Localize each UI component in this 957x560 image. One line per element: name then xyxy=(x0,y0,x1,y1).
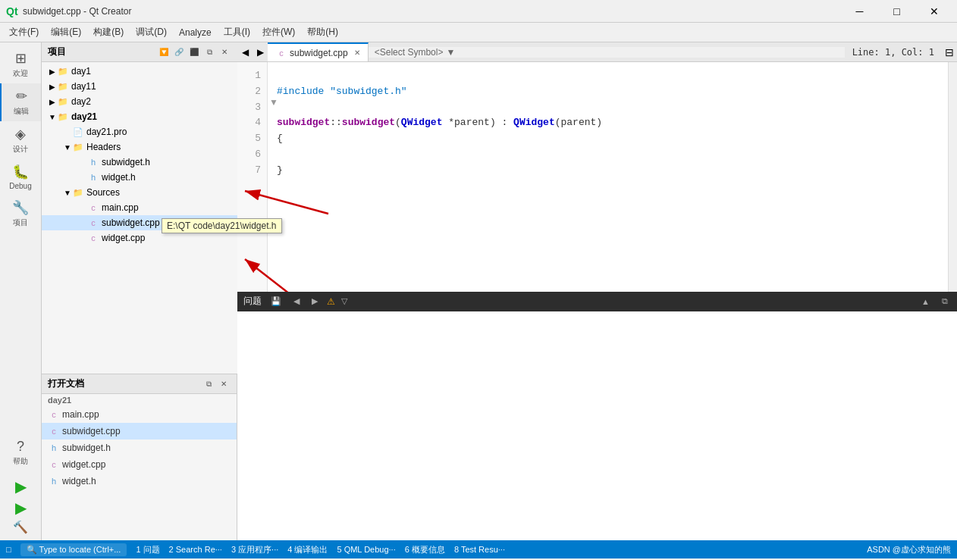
arrow-subwidgeth xyxy=(78,158,87,167)
problems-next-btn[interactable]: ▶ xyxy=(309,296,321,306)
tooltip: E:\QT code\day21\widget.h xyxy=(162,218,282,233)
project-icon: 🔧 xyxy=(12,199,29,216)
tree-label-sources: Sources xyxy=(86,187,120,198)
file-icon-widgetcpp: c xyxy=(87,232,99,244)
maximize-button[interactable]: □ xyxy=(880,0,914,23)
status-item-app[interactable]: 3 应用程序··· xyxy=(231,544,278,555)
tree-label-subwidgeth: subwidget.h xyxy=(102,157,150,167)
float-btn[interactable]: ⧉ xyxy=(202,45,216,59)
status-item-search[interactable]: 2 Search Re··· xyxy=(169,545,222,554)
open-docs-float[interactable]: ⧉ xyxy=(202,377,215,391)
menu-help[interactable]: 帮助(H) xyxy=(301,23,344,41)
tree-item-subwidgeth[interactable]: h subwidget.h xyxy=(42,155,237,170)
file-icon-pro: 📄 xyxy=(72,126,84,138)
problems-warning-icon: ⚠ xyxy=(327,296,335,307)
sidebar-item-project[interactable]: 🔧 项目 xyxy=(0,195,41,233)
status-user: ASDN @虚心求知的熊 xyxy=(867,544,951,555)
tab-nav-prev[interactable]: ◀ xyxy=(237,42,253,62)
status-item-overview[interactable]: 6 概要信息 xyxy=(405,544,445,555)
menu-debug[interactable]: 调试(D) xyxy=(130,23,173,41)
sidebar-item-welcome[interactable]: ⊞ 欢迎 xyxy=(0,45,41,83)
tree-item-day21pro[interactable]: 📄 day21.pro xyxy=(42,124,237,139)
status-item-compile[interactable]: 4 编译输出 xyxy=(287,544,328,555)
doc-item-maincpp[interactable]: c main.cpp xyxy=(42,406,237,423)
window-controls: ─ □ ✕ xyxy=(842,0,951,23)
symbol-selector[interactable]: <Select Symbol> ▼ xyxy=(369,47,845,58)
sync-btn[interactable]: ⬛ xyxy=(187,45,201,59)
doc-item-subwidgetcpp[interactable]: c subwidget.cpp xyxy=(42,423,237,440)
problems-expand-btn[interactable]: ▲ xyxy=(918,297,933,306)
menu-file[interactable]: 文件(F) xyxy=(3,23,45,41)
project-panel-title: 项目 xyxy=(48,45,66,58)
doc-label-widgeth: widget.h xyxy=(62,476,96,486)
menu-build[interactable]: 构建(B) xyxy=(87,23,130,41)
sidebar-item-edit[interactable]: ✏ 编辑 xyxy=(0,83,41,121)
problems-title: 问题 xyxy=(243,295,262,308)
folder-icon-day11: 📁 xyxy=(57,80,69,92)
tree-item-day11[interactable]: ▶ 📁 day11 xyxy=(42,79,237,94)
code-editor: 1 2 3 4 5 6 7 #include "subwidget.h" sub… xyxy=(237,62,957,292)
tab-close-btn[interactable]: ✕ xyxy=(354,48,360,57)
problems-filter-icon: ▽ xyxy=(341,296,347,306)
status-item-problems[interactable]: 1 问题 xyxy=(136,544,159,555)
help-icon: ? xyxy=(17,439,24,455)
close-button[interactable]: ✕ xyxy=(917,0,951,23)
folder-icon-headers: 📁 xyxy=(72,141,84,153)
run-button[interactable]: ▶ xyxy=(15,477,27,496)
tree-label-pro: day21.pro xyxy=(86,127,127,137)
problems-prev-btn[interactable]: ◀ xyxy=(290,296,303,306)
arrow-subwidgetcpp xyxy=(78,219,87,227)
minimize-button[interactable]: ─ xyxy=(842,0,877,23)
doc-item-widgetcpp[interactable]: c widget.cpp xyxy=(42,456,237,473)
tree-item-headers[interactable]: ▼ 📁 Headers xyxy=(42,139,237,155)
split-btn[interactable]: ⊟ xyxy=(942,42,957,62)
sidebar-item-debug[interactable]: 🐛 Debug xyxy=(0,159,41,195)
doc-icon-widgetcpp: c xyxy=(48,458,60,471)
status-indicator: □ xyxy=(6,545,11,554)
tab-icon-subwidgetcpp: c xyxy=(275,47,287,59)
project-panel-header: 项目 🔽 🔗 ⬛ ⧉ ✕ xyxy=(42,42,237,62)
menu-controls[interactable]: 控件(W) xyxy=(256,23,301,41)
tree-label-widgetcpp: widget.cpp xyxy=(102,233,145,243)
tree-item-widgeth[interactable]: h widget.h xyxy=(42,170,237,185)
line-col-indicator: Line: 1, Col: 1 xyxy=(845,47,942,58)
status-item-test[interactable]: 8 Test Resu··· xyxy=(454,545,505,554)
arrow-day11: ▶ xyxy=(48,83,57,91)
tree-item-day1[interactable]: ▶ 📁 day1 xyxy=(42,64,237,79)
menu-analyze[interactable]: Analyze xyxy=(173,25,218,40)
tree-item-day2[interactable]: ▶ 📁 day2 xyxy=(42,94,237,109)
left-panel: 项目 🔽 🔗 ⬛ ⧉ ✕ ▶ 📁 day1 ▶ xyxy=(42,42,237,540)
menu-edit[interactable]: 编辑(E) xyxy=(45,23,87,41)
fold-arrow[interactable]: ▼ xyxy=(269,97,278,108)
status-item-qml[interactable]: 5 QML Debug··· xyxy=(337,545,395,554)
folder-icon-day2: 📁 xyxy=(57,95,69,108)
filter-btn[interactable]: 🔽 xyxy=(157,45,171,59)
tab-nav-next[interactable]: ▶ xyxy=(253,42,268,62)
doc-icon-maincpp: c xyxy=(48,408,60,421)
arrow-headers: ▼ xyxy=(63,143,72,152)
link-btn[interactable]: 🔗 xyxy=(172,45,186,59)
design-icon: ◈ xyxy=(15,126,26,142)
tree-label-subwidgetcpp: subwidget.cpp xyxy=(102,217,160,228)
sidebar-item-help[interactable]: ? 帮助 xyxy=(0,434,41,471)
problems-float-btn[interactable]: ⧉ xyxy=(939,296,951,306)
editor-tab-subwidgetcpp[interactable]: c subwidget.cpp ✕ xyxy=(268,42,369,62)
arrow-day2: ▶ xyxy=(48,98,57,106)
open-docs-close[interactable]: ✕ xyxy=(217,377,231,391)
tree-item-day21[interactable]: ▼ 📁 day21 xyxy=(42,109,237,124)
doc-item-widgeth[interactable]: h widget.h xyxy=(42,473,237,490)
status-search[interactable]: 🔍 Type to locate (Ctrl+... xyxy=(20,543,127,556)
open-docs-toolbar: ⧉ ✕ xyxy=(202,377,231,391)
doc-item-subwidgeth[interactable]: h subwidget.h xyxy=(42,440,237,456)
menu-tools[interactable]: 工具(I) xyxy=(218,23,256,41)
tree-item-sources[interactable]: ▼ 📁 Sources xyxy=(42,185,237,200)
run-debug-button[interactable]: ▶ xyxy=(15,499,27,517)
scrollbar-vertical[interactable] xyxy=(948,62,957,292)
code-content[interactable]: #include "subwidget.h" subwidget::subwid… xyxy=(268,62,957,292)
close-panel-btn[interactable]: ✕ xyxy=(218,45,231,59)
sidebar-item-design[interactable]: ◈ 设计 xyxy=(0,121,41,159)
file-icon-subwidgetcpp: c xyxy=(87,217,99,229)
problems-save-btn[interactable]: 💾 xyxy=(268,296,284,306)
build-button[interactable]: 🔨 xyxy=(13,520,28,534)
tree-item-maincpp[interactable]: c main.cpp xyxy=(42,200,237,215)
